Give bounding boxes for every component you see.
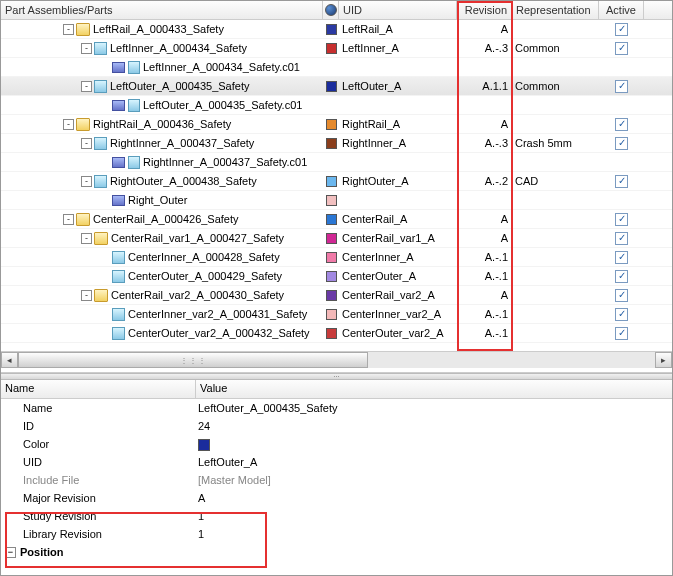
cell-parts[interactable]: LeftInner_A_000434_Safety.c01 [1,61,323,74]
tree-row[interactable]: -RightRail_A_000436_SafetyRightRail_AA [1,115,672,134]
splitter[interactable]: ··· [1,373,672,380]
col-parts[interactable]: Part Assemblies/Parts [1,1,323,19]
cell-parts[interactable]: -CenterRail_A_000426_Safety [1,213,323,226]
horizontal-scrollbar[interactable]: ◂ ⋮⋮⋮ ▸ [1,351,672,368]
tree-row[interactable]: CenterOuter_A_000429_SafetyCenterOuter_A… [1,267,672,286]
active-checkbox[interactable] [615,23,628,36]
collapse-icon[interactable]: - [81,81,92,92]
tree-row[interactable]: -CenterRail_A_000426_SafetyCenterRail_AA [1,210,672,229]
cell-active [599,270,644,283]
collapse-icon[interactable]: - [63,24,74,35]
prop-col-value[interactable]: Value [196,380,672,398]
collapse-icon[interactable]: - [81,290,92,301]
tree-row[interactable]: -LeftOuter_A_000435_SafetyLeftOuter_AA.1… [1,77,672,96]
color-swatch-icon [326,43,337,54]
tree-row[interactable]: -RightInner_A_000437_SafetyRightInner_AA… [1,134,672,153]
active-checkbox[interactable] [615,251,628,264]
tree-row[interactable]: CenterOuter_var2_A_000432_SafetyCenterOu… [1,324,672,343]
surface-icon [112,157,125,168]
prop-value[interactable]: LeftOuter_A_000435_Safety [196,402,672,414]
position-label: Position [20,546,63,558]
col-active[interactable]: Active [599,1,644,19]
node-label: CenterInner_var2_A_000431_Safety [128,308,307,320]
col-uid[interactable]: UID [339,1,457,19]
tree-row[interactable]: LeftOuter_A_000435_Safety.c01 [1,96,672,115]
cell-uid: LeftInner_A [339,42,457,54]
cell-parts[interactable]: -RightRail_A_000436_Safety [1,118,323,131]
prop-value[interactable]: LeftOuter_A [196,456,672,468]
cell-parts[interactable]: CenterInner_A_000428_Safety [1,251,323,264]
tree-row[interactable]: -CenterRail_var2_A_000430_SafetyCenterRa… [1,286,672,305]
scroll-thumb[interactable]: ⋮⋮⋮ [18,352,368,368]
cell-active [599,175,644,188]
active-checkbox[interactable] [615,232,628,245]
cell-parts[interactable]: -RightInner_A_000437_Safety [1,137,323,150]
cell-parts[interactable]: -LeftRail_A_000433_Safety [1,23,323,36]
active-checkbox[interactable] [615,42,628,55]
active-checkbox[interactable] [615,80,628,93]
cell-uid: LeftRail_A [339,23,457,35]
active-checkbox[interactable] [615,308,628,321]
active-checkbox[interactable] [615,137,628,150]
cell-parts[interactable]: CenterInner_var2_A_000431_Safety [1,308,323,321]
cell-parts[interactable]: Right_Outer [1,194,323,206]
prop-row-name: Name LeftOuter_A_000435_Safety [1,399,672,417]
cell-parts[interactable]: -CenterRail_var1_A_000427_Safety [1,232,323,245]
cell-parts[interactable]: LeftOuter_A_000435_Safety.c01 [1,99,323,112]
tree-row[interactable]: CenterInner_var2_A_000431_SafetyCenterIn… [1,305,672,324]
tree-row[interactable]: LeftInner_A_000434_Safety.c01 [1,58,672,77]
prop-group-position[interactable]: − Position [1,543,672,561]
prop-label: Major Revision [1,492,196,504]
scroll-right-button[interactable]: ▸ [655,352,672,368]
active-checkbox[interactable] [615,270,628,283]
cell-uid: CenterOuter_A [339,270,457,282]
folder-icon [76,213,90,226]
cell-parts[interactable]: CenterOuter_var2_A_000432_Safety [1,327,323,340]
surface-icon [112,100,125,111]
scroll-left-button[interactable]: ◂ [1,352,18,368]
prop-value[interactable]: 24 [196,420,672,432]
collapse-icon[interactable]: - [81,176,92,187]
active-checkbox[interactable] [615,289,628,302]
collapse-icon[interactable]: - [81,138,92,149]
col-representation[interactable]: Representation [512,1,599,19]
cell-parts[interactable]: RightInner_A_000437_Safety.c01 [1,156,323,169]
scroll-track[interactable]: ⋮⋮⋮ [18,352,655,368]
tree-row[interactable]: -RightOuter_A_000438_SafetyRightOuter_AA… [1,172,672,191]
node-label: CenterRail_var2_A_000430_Safety [111,289,284,301]
cell-revision: A [457,213,512,225]
component-icon [94,80,107,93]
tree-row[interactable]: CenterInner_A_000428_SafetyCenterInner_A… [1,248,672,267]
active-checkbox[interactable] [615,213,628,226]
tree-row[interactable]: -LeftInner_A_000434_SafetyLeftInner_AA.-… [1,39,672,58]
prop-row-study-rev: Study Revision 1 [1,507,672,525]
cell-parts[interactable]: -RightOuter_A_000438_Safety [1,175,323,188]
prop-col-name[interactable]: Name [1,380,196,398]
tree-row[interactable]: -CenterRail_var1_A_000427_SafetyCenterRa… [1,229,672,248]
prop-value[interactable]: A [196,492,672,504]
cell-parts[interactable]: CenterOuter_A_000429_Safety [1,270,323,283]
minus-icon[interactable]: − [5,547,16,558]
cell-active [599,232,644,245]
col-revision[interactable]: Revision [457,1,512,19]
prop-value[interactable] [196,437,672,450]
cell-parts[interactable]: -LeftInner_A_000434_Safety [1,42,323,55]
collapse-icon[interactable]: - [63,214,74,225]
active-checkbox[interactable] [615,175,628,188]
active-checkbox[interactable] [615,327,628,340]
cell-parts[interactable]: -CenterRail_var2_A_000430_Safety [1,289,323,302]
collapse-icon[interactable]: - [81,43,92,54]
cell-uid: CenterRail_var1_A [339,232,457,244]
prop-value[interactable]: 1 [196,528,672,540]
active-checkbox[interactable] [615,118,628,131]
tree-row[interactable]: RightInner_A_000437_Safety.c01 [1,153,672,172]
prop-value[interactable]: 1 [196,510,672,522]
cell-parts[interactable]: -LeftOuter_A_000435_Safety [1,80,323,93]
prop-label: Study Revision [1,510,196,522]
collapse-icon[interactable]: - [63,119,74,130]
cell-uid: CenterInner_var2_A [339,308,457,320]
col-color[interactable] [323,1,339,19]
tree-row[interactable]: Right_Outer [1,191,672,210]
collapse-icon[interactable]: - [81,233,92,244]
tree-row[interactable]: -LeftRail_A_000433_SafetyLeftRail_AA [1,20,672,39]
